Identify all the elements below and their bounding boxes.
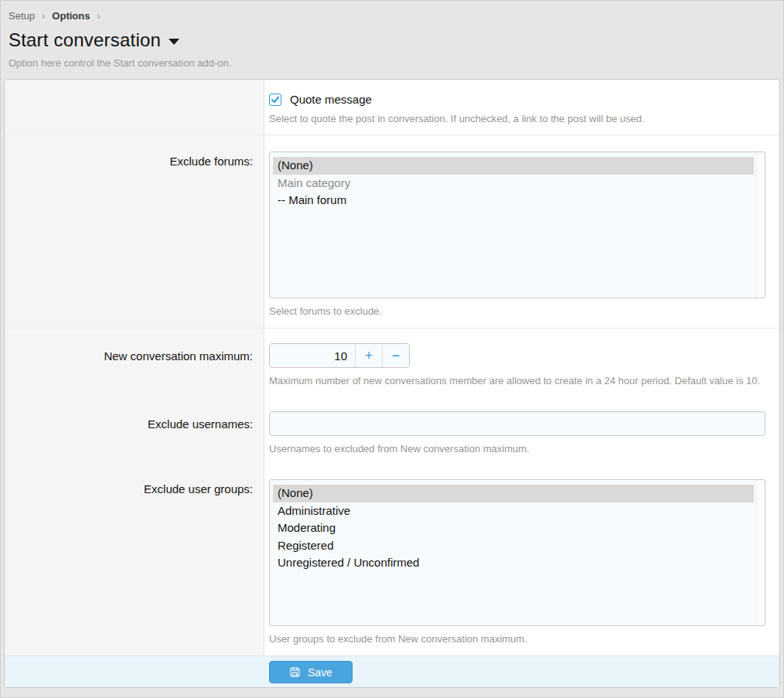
exclude-forums-description: Select forums to exclude.: [269, 305, 765, 317]
decrement-button[interactable]: −: [382, 344, 409, 367]
save-icon: [289, 666, 301, 678]
exclude-usernames-input[interactable]: [269, 411, 765, 436]
conversation-maximum-description: Maximum number of new conversations memb…: [269, 375, 765, 386]
save-button[interactable]: Save: [269, 661, 353, 683]
exclude-forums-label: Exclude forums:: [5, 134, 264, 328]
exclude-forums-option[interactable]: (None): [273, 157, 754, 175]
exclude-forums-control-cell: (None) Main category -- Main forum Selec…: [264, 134, 779, 328]
quote-message-description: Select to quote the post in conversation…: [269, 113, 765, 124]
conversation-maximum-input[interactable]: [270, 344, 355, 367]
page-subtitle: Option here control the Start conversati…: [9, 57, 775, 69]
exclude-usernames-label: Exclude usernames:: [5, 395, 264, 463]
exclude-usernames-control-cell: Usernames to excluded from New conversat…: [264, 395, 779, 463]
exclude-user-groups-option[interactable]: (None): [273, 485, 754, 502]
exclude-user-groups-option[interactable]: Moderating: [273, 519, 754, 537]
page-title: Start conversation: [9, 29, 161, 51]
form-row-exclude-user-groups: Exclude user groups: (None) Administrati…: [5, 463, 779, 655]
exclude-user-groups-control-cell: (None) Administrative Moderating Registe…: [264, 463, 779, 655]
exclude-user-groups-option[interactable]: Administrative: [273, 502, 754, 520]
quote-message-checkbox[interactable]: [269, 94, 281, 106]
form-row-conversation-maximum: New conversation maximum: + − Maximum nu…: [5, 328, 779, 395]
exclude-user-groups-description: User groups to exclude from New conversa…: [269, 633, 765, 645]
exclude-forums-option[interactable]: -- Main forum: [273, 192, 754, 209]
quote-message-control-cell: Quote message Select to quote the post i…: [264, 80, 779, 134]
check-icon: [271, 95, 280, 104]
breadcrumb-separator-icon: ›: [42, 10, 45, 22]
chevron-down-icon: [169, 39, 179, 45]
save-button-label: Save: [308, 666, 332, 679]
conversation-maximum-control-cell: + − Maximum number of new conversations …: [264, 328, 779, 395]
panel-footer: Save: [5, 655, 779, 688]
page-title-dropdown[interactable]: Start conversation: [9, 29, 775, 51]
page-header: Setup › Options › Start conversation Opt…: [1, 1, 783, 69]
quote-message-label: Quote message: [290, 93, 372, 106]
conversation-maximum-label: New conversation maximum:: [5, 328, 264, 395]
breadcrumb: Setup › Options ›: [9, 10, 775, 22]
quote-message-checkbox-row[interactable]: Quote message: [269, 93, 765, 106]
exclude-usernames-description: Usernames to excluded from New conversat…: [269, 443, 765, 455]
conversation-maximum-stepper: + −: [269, 343, 410, 368]
breadcrumb-separator-icon: ›: [97, 10, 100, 22]
exclude-user-groups-select[interactable]: (None) Administrative Moderating Registe…: [269, 479, 765, 626]
quote-message-label-cell: [5, 80, 264, 134]
exclude-forums-select[interactable]: (None) Main category -- Main forum: [269, 152, 765, 298]
breadcrumb-options[interactable]: Options: [52, 10, 90, 22]
increment-button[interactable]: +: [355, 344, 382, 367]
exclude-user-groups-option[interactable]: Unregistered / Unconfirmed: [273, 554, 754, 572]
exclude-user-groups-option[interactable]: Registered: [273, 537, 754, 555]
form-row-exclude-usernames: Exclude usernames: Usernames to excluded…: [5, 395, 779, 463]
form-row-quote-message: Quote message Select to quote the post i…: [5, 80, 779, 134]
form-row-exclude-forums: Exclude forums: (None) Main category -- …: [5, 134, 779, 328]
exclude-forums-option[interactable]: Main category: [273, 175, 754, 192]
options-panel: Quote message Select to quote the post i…: [4, 79, 780, 688]
exclude-user-groups-label: Exclude user groups:: [5, 463, 264, 655]
scrollbar-track[interactable]: [756, 152, 765, 298]
scrollbar-track[interactable]: [756, 480, 765, 625]
breadcrumb-setup[interactable]: Setup: [9, 10, 35, 22]
